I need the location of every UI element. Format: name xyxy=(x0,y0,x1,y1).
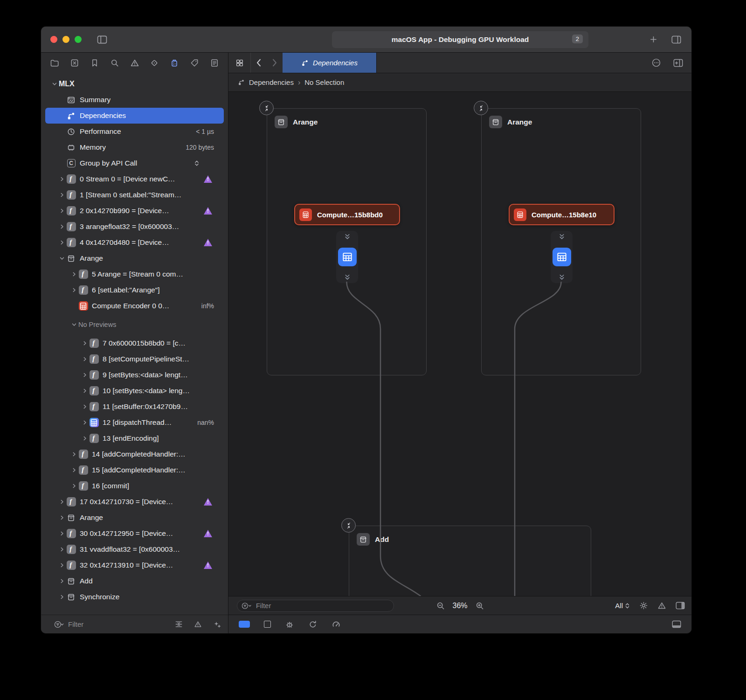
tree-row[interactable]: f 1 [Stream 0 setLabel:"Stream… xyxy=(45,187,224,203)
disclosure-chevron-icon[interactable] xyxy=(50,81,59,87)
add-tab-icon[interactable] xyxy=(649,35,657,43)
tree-row[interactable]: f 2 0x14270b990 = [Device… ! xyxy=(45,203,224,219)
tree-row[interactable]: f 3 arangefloat32 = [0x600003… xyxy=(45,219,224,235)
disclosure-chevron-icon[interactable] xyxy=(69,287,78,293)
tree-row[interactable]: f 4 0x14270d480 = [Device… ! xyxy=(45,235,224,250)
tree-row[interactable]: Dependencies xyxy=(45,108,224,124)
search-icon[interactable] xyxy=(109,58,120,68)
disclosure-chevron-icon[interactable] xyxy=(80,404,89,409)
tree-row[interactable]: f 6 [setLabel:"Arange"] xyxy=(45,282,224,298)
console-panel-icon[interactable] xyxy=(672,620,681,628)
runtime-issue-icon[interactable]: ! xyxy=(204,561,212,569)
tree-row[interactable]: f 31 vvaddfloat32 = [0x600003… xyxy=(45,541,224,557)
more-options-icon[interactable] xyxy=(651,58,661,68)
collapse-group-icon[interactable] xyxy=(474,101,488,115)
disclosure-chevron-icon[interactable] xyxy=(80,356,89,362)
zoom-window-button[interactable] xyxy=(75,36,82,43)
performance-gauge-icon[interactable] xyxy=(332,620,341,629)
tree-row[interactable]: C Group by API Call xyxy=(45,155,224,171)
back-chevron-icon[interactable] xyxy=(251,53,267,73)
collapse-group-icon[interactable] xyxy=(259,101,274,115)
disclosure-chevron-icon[interactable] xyxy=(57,515,66,520)
tree-row[interactable]: Performance < 1 µs xyxy=(45,124,224,139)
issues-warning-icon[interactable] xyxy=(657,601,666,610)
minimize-window-button[interactable] xyxy=(62,36,69,43)
tree-row[interactable]: f 16 [commit] xyxy=(45,478,224,494)
folder-icon[interactable] xyxy=(49,58,60,68)
gpu-capture-icon[interactable] xyxy=(169,58,180,68)
flatten-list-icon[interactable] xyxy=(174,620,183,628)
tree-row[interactable]: Synchronize xyxy=(45,589,224,605)
disclosure-chevron-icon[interactable] xyxy=(80,436,89,441)
tree-row[interactable]: f 10 [setBytes:<data> leng… xyxy=(45,383,224,399)
disclosure-chevron-icon[interactable] xyxy=(57,256,66,261)
tree-row[interactable]: f 8 [setComputePipelineSt… xyxy=(45,351,224,367)
tag-icon[interactable] xyxy=(189,58,200,68)
disclosure-chevron-icon[interactable] xyxy=(57,240,66,245)
zoom-in-icon[interactable] xyxy=(475,601,484,610)
disclosure-chevron-icon[interactable] xyxy=(57,499,66,505)
disclosure-chevron-icon[interactable] xyxy=(57,594,66,600)
graph-group-arange-2[interactable]: Arange Compute…15b8e10 xyxy=(481,108,641,375)
disclosure-chevron-icon[interactable] xyxy=(57,208,66,214)
zoom-level[interactable]: 36% xyxy=(452,602,467,610)
disclosure-chevron-icon[interactable] xyxy=(69,451,78,457)
disclosure-chevron-icon[interactable] xyxy=(57,562,66,568)
tree-row[interactable]: Arange xyxy=(45,250,224,266)
forward-chevron-icon[interactable] xyxy=(267,53,283,73)
graph-filter-field[interactable]: Filter xyxy=(237,600,394,612)
disclosure-chevron-icon[interactable] xyxy=(57,192,66,198)
disclosure-chevron-icon[interactable] xyxy=(69,271,78,277)
disclosure-chevron-icon[interactable] xyxy=(57,547,66,552)
disclosure-chevron-icon[interactable] xyxy=(80,420,89,425)
graph-group-add[interactable]: Add xyxy=(349,526,591,596)
compute-encoder-node-2[interactable]: Compute…15b8e10 xyxy=(509,204,615,225)
sparkle-fix-icon[interactable] xyxy=(213,620,221,629)
close-window-button[interactable] xyxy=(50,36,57,43)
disclosure-chevron-icon[interactable] xyxy=(69,483,78,489)
runtime-issue-icon[interactable]: ! xyxy=(204,175,212,183)
double-chevron-down-icon[interactable] xyxy=(344,233,351,240)
zoom-out-icon[interactable] xyxy=(435,601,445,610)
collapse-group-icon[interactable] xyxy=(341,518,356,533)
runtime-issue-icon[interactable]: ! xyxy=(204,498,212,506)
disclosure-chevron-icon[interactable] xyxy=(57,224,66,229)
tree-row[interactable]: f 32 0x142713910 = [Device… ! xyxy=(45,557,224,573)
tree-row[interactable]: No Previews xyxy=(45,314,224,335)
double-chevron-down-icon[interactable] xyxy=(558,274,566,281)
disclosure-chevron-icon[interactable] xyxy=(80,340,89,346)
filter-menu-icon[interactable] xyxy=(241,602,252,610)
bug-icon[interactable] xyxy=(285,620,294,629)
tree-row[interactable]: Summary xyxy=(45,92,224,108)
runtime-issue-icon[interactable]: ! xyxy=(204,530,212,537)
bookmark-icon[interactable] xyxy=(89,58,100,68)
tab-dependencies[interactable]: Dependencies xyxy=(283,53,377,73)
tree-row[interactable]: Arange xyxy=(45,510,224,526)
sidebar-toggle-icon[interactable] xyxy=(97,35,107,44)
tree-row[interactable]: f 13 [endEncoding] xyxy=(45,430,224,446)
disclosure-chevron-icon[interactable] xyxy=(57,578,66,584)
tree-row[interactable]: f 9 [setBytes:<data> lengt… xyxy=(45,367,224,383)
tree-row[interactable]: Compute Encoder 0 0… inf% xyxy=(45,298,224,314)
buffer-table-icon[interactable] xyxy=(338,248,357,266)
tree-row[interactable]: f 17 0x142710730 = [Device… ! xyxy=(45,494,224,510)
tree-row[interactable]: f 0 Stream 0 = [Device newC… ! xyxy=(45,171,224,187)
disclosure-chevron-icon[interactable] xyxy=(57,531,66,536)
test-diamond-icon[interactable] xyxy=(149,58,160,68)
breadcrumb-selection[interactable]: No Selection xyxy=(304,78,344,86)
issues-warning-icon[interactable] xyxy=(129,58,140,68)
tree-row[interactable]: f 14 [addCompletedHandler:… xyxy=(45,446,224,462)
graph-group-arange-1[interactable]: Arange Compute…15b8bd0 xyxy=(267,108,427,375)
close-box-icon[interactable] xyxy=(69,58,80,68)
tree-row[interactable]: f 5 Arange = [Stream 0 com… xyxy=(45,266,224,282)
disclosure-chevron-icon[interactable] xyxy=(80,372,89,378)
detail-scope-select[interactable]: All xyxy=(615,602,630,610)
tree-row[interactable]: f 11 [setBuffer:0x14270b9… xyxy=(45,399,224,415)
tree-row[interactable]: MLX xyxy=(45,76,224,92)
tree-row[interactable]: f 7 0x6000015b8bd0 = [c… xyxy=(45,335,224,351)
report-list-icon[interactable] xyxy=(209,58,220,68)
dependency-graph-canvas[interactable]: Arange Compute…15b8bd0 xyxy=(228,92,691,596)
compute-encoder-node-1[interactable]: Compute…15b8bd0 xyxy=(294,204,400,225)
editor-layout-grid-icon[interactable] xyxy=(228,53,251,73)
tree-row[interactable]: f 30 0x142712950 = [Device… ! xyxy=(45,526,224,541)
